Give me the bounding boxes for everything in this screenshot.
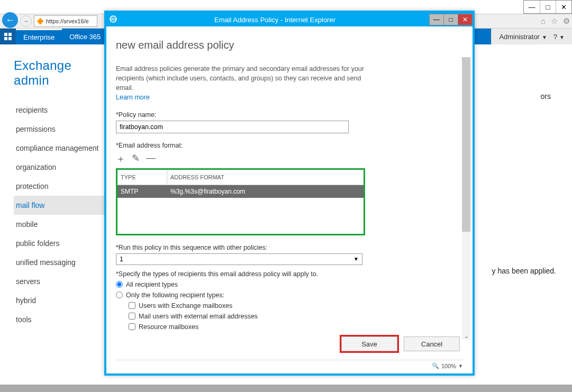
- tab-enterprise[interactable]: Enterprise: [16, 29, 62, 44]
- nav-unified-messaging[interactable]: unified messaging: [14, 253, 106, 272]
- nav-compliance-management[interactable]: compliance management: [14, 139, 106, 158]
- scroll-thumb[interactable]: [462, 57, 470, 232]
- grid-empty-area: [117, 198, 364, 234]
- chk-users-label: Users with Exchange mailboxes: [139, 302, 232, 309]
- nav-permissions[interactable]: permissions: [14, 120, 106, 139]
- modal-scrollbar[interactable]: ⌃ ⌄: [462, 57, 470, 340]
- chk-mailusers-row[interactable]: Mail users with external email addresses: [129, 313, 465, 320]
- radio-all[interactable]: [116, 281, 123, 288]
- radio-only-label: Only the following recipient types:: [126, 291, 224, 299]
- eac-topbar-right: Administrator▼ ?▼: [491, 29, 572, 44]
- tab-office365[interactable]: Office 365: [62, 29, 108, 44]
- nav-servers[interactable]: servers: [14, 272, 106, 291]
- chevron-down-icon: ▼: [353, 256, 359, 262]
- nav-protection[interactable]: protection: [14, 177, 106, 196]
- grid-header: TYPE ADDRESS FORMAT: [117, 170, 364, 185]
- browser-back-button[interactable]: ←: [2, 12, 18, 28]
- modal-description: Email address policies generate the prim…: [116, 64, 380, 103]
- modal-titlebar: Email Address Policy - Internet Explorer…: [106, 13, 473, 26]
- zoom-status[interactable]: 🔍 100% ▼: [116, 360, 463, 369]
- current-user-menu[interactable]: Administrator▼: [499, 33, 547, 41]
- browser-url-field[interactable]: 🔶 https://srvex16/e: [34, 15, 97, 27]
- apply-to-label: *Specify the types of recipients this em…: [116, 270, 465, 278]
- favicon-icon: 🔶: [37, 17, 44, 25]
- zoom-value: 100%: [441, 363, 456, 369]
- chk-users-row[interactable]: Users with Exchange mailboxes: [129, 302, 465, 309]
- os-minimize-button[interactable]: —: [524, 1, 540, 13]
- grid-row[interactable]: SMTP %3g.%3s@firatboyan.com: [117, 185, 364, 198]
- browser-right-icons: ⌂ ☆ ⚙: [541, 16, 570, 26]
- cell-type: SMTP: [117, 188, 167, 195]
- current-user-label: Administrator: [499, 33, 540, 41]
- policy-name-input[interactable]: [116, 121, 349, 133]
- nav-hybrid[interactable]: hybrid: [14, 291, 106, 310]
- email-format-label: *Email address format:: [116, 142, 465, 149]
- nav-recipients[interactable]: recipients: [14, 101, 106, 120]
- sequence-label: *Run this policy in this sequence with o…: [116, 244, 465, 251]
- radio-all-row[interactable]: All recipient types: [116, 281, 465, 288]
- obscured-text-1: ors: [541, 92, 551, 101]
- os-maximize-button[interactable]: □: [540, 1, 556, 13]
- chk-mailusers-label: Mail users with external email addresses: [139, 313, 258, 320]
- chk-resource-label: Resource mailboxes: [139, 323, 198, 331]
- chk-resource-row[interactable]: Resource mailboxes: [129, 323, 465, 331]
- modal-window-buttons: — □ ✕: [430, 14, 473, 25]
- radio-only[interactable]: [116, 291, 123, 298]
- nav-mobile[interactable]: mobile: [14, 215, 106, 234]
- policy-name-label: *Policy name:: [116, 111, 465, 118]
- chk-users[interactable]: [129, 302, 135, 309]
- modal-window: Email Address Policy - Internet Explorer…: [104, 11, 475, 376]
- modal-button-bar: Save Cancel: [341, 336, 460, 351]
- modal-heading: new email address policy: [116, 39, 465, 51]
- browser-url-text: https://srvex16/e: [46, 18, 89, 24]
- format-grid: TYPE ADDRESS FORMAT SMTP %3g.%3s@firatbo…: [116, 168, 365, 235]
- cancel-button[interactable]: Cancel: [404, 336, 460, 351]
- radio-all-label: All recipient types: [126, 281, 178, 288]
- chevron-down-icon: ▼: [559, 34, 565, 40]
- chevron-down-icon: ▼: [458, 363, 463, 369]
- nav-public-folders[interactable]: public folders: [14, 234, 106, 253]
- svg-rect-2: [8, 33, 12, 36]
- cell-format: %3g.%3s@firatboyan.com: [167, 188, 364, 195]
- modal-maximize-button[interactable]: □: [443, 14, 458, 25]
- home-icon[interactable]: ⌂: [541, 16, 546, 26]
- product-logo-icon: [0, 29, 16, 44]
- star-icon[interactable]: ☆: [551, 16, 558, 26]
- save-button[interactable]: Save: [341, 336, 397, 351]
- add-icon[interactable]: ＋: [116, 152, 125, 165]
- window-bottom-strip: [0, 385, 572, 392]
- nav-tools[interactable]: tools: [14, 310, 106, 329]
- obscured-text-2: y has been applied.: [492, 267, 556, 275]
- chk-mailusers[interactable]: [129, 313, 135, 320]
- zoom-icon: 🔍: [432, 362, 439, 369]
- modal-close-button[interactable]: ✕: [458, 14, 473, 25]
- chevron-down-icon: ▼: [542, 34, 547, 40]
- modal-body: new email address policy Email address p…: [106, 26, 473, 373]
- os-window-controls: — □ ✕: [523, 0, 572, 14]
- eac-nav: recipients permissions compliance manage…: [14, 101, 106, 329]
- col-address-format: ADDRESS FORMAT: [167, 170, 364, 185]
- help-label: ?: [553, 33, 557, 41]
- svg-rect-1: [4, 33, 7, 36]
- eac-sidebar: Exchange admin recipients permissions co…: [0, 44, 106, 385]
- modal-minimize-button[interactable]: —: [429, 14, 444, 25]
- svg-rect-3: [4, 37, 7, 40]
- scroll-down-icon[interactable]: ⌄: [462, 333, 470, 340]
- col-type: TYPE: [117, 170, 167, 185]
- modal-description-text: Email address policies generate the prim…: [116, 65, 364, 92]
- svg-rect-4: [8, 37, 12, 40]
- nav-organization[interactable]: organization: [14, 158, 106, 177]
- radio-only-row[interactable]: Only the following recipient types:: [116, 291, 465, 299]
- edit-icon[interactable]: ✎: [132, 152, 140, 165]
- chk-resource[interactable]: [129, 323, 135, 330]
- browser-forward-button[interactable]: →: [20, 15, 32, 27]
- gear-icon[interactable]: ⚙: [563, 16, 570, 26]
- nav-mail-flow[interactable]: mail flow: [14, 196, 106, 215]
- sequence-value: 1: [120, 256, 123, 263]
- learn-more-link[interactable]: Learn more: [116, 94, 150, 101]
- ie-icon: [106, 15, 120, 24]
- os-close-button[interactable]: ✕: [556, 1, 571, 13]
- sequence-select[interactable]: 1 ▼: [116, 253, 362, 265]
- help-menu[interactable]: ?▼: [553, 33, 565, 41]
- delete-icon[interactable]: —: [146, 152, 156, 165]
